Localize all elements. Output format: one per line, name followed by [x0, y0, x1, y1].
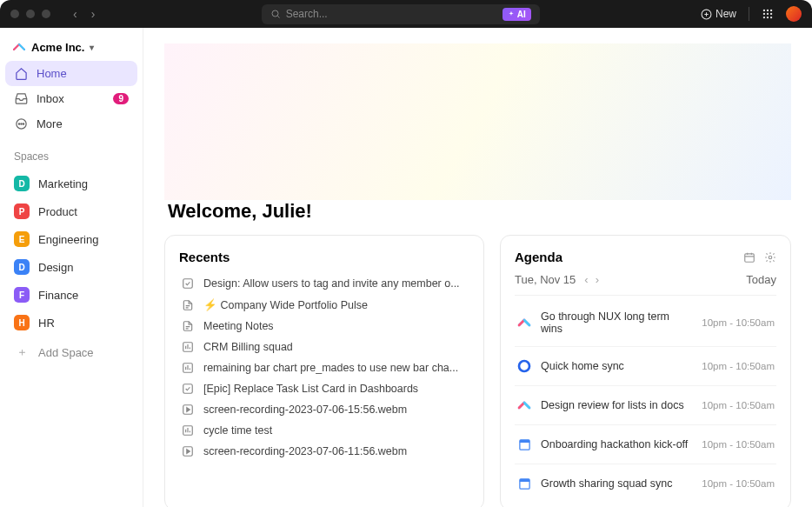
- agenda-item[interactable]: Growth sharing squad sync10pm - 10:50am: [515, 464, 776, 503]
- space-avatar: E: [14, 231, 30, 247]
- recent-item[interactable]: Design: Allow users to tag and invite an…: [179, 273, 469, 294]
- home-icon: [14, 67, 28, 80]
- apps-grid-icon[interactable]: [762, 8, 774, 20]
- sparkle-icon: [508, 10, 515, 17]
- nav-item-inbox[interactable]: Inbox9: [5, 86, 137, 111]
- svg-point-5: [763, 13, 765, 15]
- svg-point-14: [23, 123, 23, 124]
- dash-icon: [181, 424, 195, 437]
- svg-point-4: [770, 10, 772, 11]
- recent-item[interactable]: screen-recording-2023-07-06-11:56.webm: [179, 441, 469, 462]
- agenda-prev[interactable]: ‹: [584, 273, 588, 286]
- divider: [749, 7, 749, 21]
- space-avatar: D: [14, 259, 30, 275]
- calendar-icon[interactable]: [743, 251, 755, 264]
- svg-rect-26: [519, 439, 529, 442]
- svg-point-23: [769, 256, 772, 259]
- agenda-today-button[interactable]: Today: [746, 273, 776, 286]
- svg-point-12: [18, 123, 19, 124]
- check-icon: [181, 383, 195, 395]
- svg-point-6: [767, 13, 769, 15]
- clickup-icon: [516, 315, 532, 330]
- clickup-icon: [516, 397, 532, 413]
- recent-item[interactable]: [Epic] Replace Task List Card in Dashboa…: [179, 378, 469, 399]
- user-avatar[interactable]: [786, 6, 802, 22]
- agenda-card: Agenda Tue, Nov 15 ‹ ›: [500, 235, 791, 507]
- space-avatar: P: [14, 203, 30, 219]
- gcal-icon: [516, 437, 532, 452]
- agenda-title: Agenda: [515, 250, 562, 264]
- space-item-product[interactable]: PProduct: [5, 197, 137, 225]
- agenda-item[interactable]: Onboarding hackathon kick-off10pm - 10:5…: [515, 425, 776, 464]
- titlebar: ‹ › Search... AI New: [0, 0, 812, 28]
- search-icon: [270, 9, 281, 19]
- space-item-hr[interactable]: HHR: [5, 309, 137, 337]
- svg-point-2: [763, 10, 765, 11]
- doc-icon: [181, 320, 195, 332]
- agenda-time: 10pm - 10:50am: [702, 400, 775, 410]
- ai-chip[interactable]: AI: [503, 8, 531, 21]
- agenda-date: Tue, Nov 15: [515, 273, 576, 286]
- add-space-button[interactable]: ＋ Add Space: [5, 338, 137, 366]
- svg-rect-18: [183, 384, 193, 394]
- agenda-time: 10pm - 10:50am: [702, 439, 775, 450]
- plus-icon: ＋: [14, 344, 30, 360]
- check-icon: [181, 277, 195, 290]
- maximize-window[interactable]: [42, 10, 50, 18]
- space-item-design[interactable]: DDesign: [5, 253, 137, 281]
- recent-item[interactable]: cycle time test: [179, 420, 469, 441]
- inbox-badge: 9: [113, 93, 129, 104]
- svg-point-9: [767, 17, 769, 18]
- welcome-heading: Welcome, Julie!: [168, 200, 791, 223]
- agenda-time: 10pm - 10:50am: [702, 478, 775, 489]
- doc-icon: [181, 299, 195, 311]
- svg-point-7: [770, 13, 772, 15]
- chevron-down-icon: ▾: [90, 43, 94, 52]
- recent-item[interactable]: ⚡ Company Wide Portfolio Pulse: [179, 294, 469, 316]
- sidebar: Acme Inc. ▾ HomeInbox9More Spaces DMarke…: [0, 28, 143, 507]
- svg-point-13: [20, 123, 21, 124]
- nav-item-home[interactable]: Home: [5, 61, 137, 86]
- more-icon: [14, 117, 28, 130]
- recent-item[interactable]: Meeting Notes: [179, 316, 469, 337]
- workspace-name: Acme Inc.: [31, 41, 84, 54]
- dash-icon: [181, 362, 195, 374]
- agenda-item[interactable]: Design review for lists in docs10pm - 10…: [515, 386, 776, 425]
- recents-card: Recents Design: Allow users to tag and i…: [164, 235, 484, 507]
- workspace-logo-icon: [12, 40, 26, 54]
- search-placeholder: Search...: [286, 8, 497, 20]
- agenda-time: 10pm - 10:50am: [702, 361, 775, 371]
- play-icon: [181, 445, 195, 457]
- new-button[interactable]: New: [701, 8, 736, 20]
- spaces-header: Spaces: [5, 138, 137, 168]
- recents-title: Recents: [179, 250, 469, 264]
- recent-item[interactable]: screen-recording-2023-07-06-15:56.webm: [179, 399, 469, 420]
- back-button[interactable]: ‹: [68, 5, 83, 23]
- svg-point-10: [770, 17, 772, 18]
- agenda-next[interactable]: ›: [596, 273, 599, 286]
- gcal-icon: [516, 476, 532, 491]
- recent-item[interactable]: CRM Billing squad: [179, 337, 469, 357]
- workspace-selector[interactable]: Acme Inc. ▾: [5, 35, 137, 59]
- agenda-item[interactable]: Quick home sync10pm - 10:50am: [515, 347, 776, 386]
- svg-point-8: [763, 17, 765, 18]
- space-item-marketing[interactable]: DMarketing: [5, 170, 137, 197]
- space-avatar: H: [14, 315, 30, 330]
- agenda-time: 10pm - 10:50am: [702, 317, 775, 328]
- nav-item-more[interactable]: More: [5, 111, 137, 137]
- gear-icon[interactable]: [764, 251, 776, 264]
- agenda-item[interactable]: Go through NUX long term wins10pm - 10:5…: [515, 299, 776, 347]
- space-item-finance[interactable]: FFinance: [5, 281, 137, 309]
- forward-button[interactable]: ›: [86, 5, 101, 23]
- minimize-window[interactable]: [26, 10, 35, 18]
- svg-rect-28: [519, 478, 529, 481]
- svg-rect-15: [183, 279, 193, 289]
- recent-item[interactable]: remaining bar chart pre_mades to use new…: [179, 357, 469, 378]
- space-item-engineering[interactable]: EEngineering: [5, 225, 137, 253]
- space-avatar: F: [14, 287, 30, 303]
- svg-point-0: [272, 10, 278, 17]
- close-window[interactable]: [10, 10, 19, 18]
- play-icon: [181, 404, 195, 416]
- global-search[interactable]: Search... AI: [262, 4, 540, 24]
- svg-rect-22: [745, 253, 755, 261]
